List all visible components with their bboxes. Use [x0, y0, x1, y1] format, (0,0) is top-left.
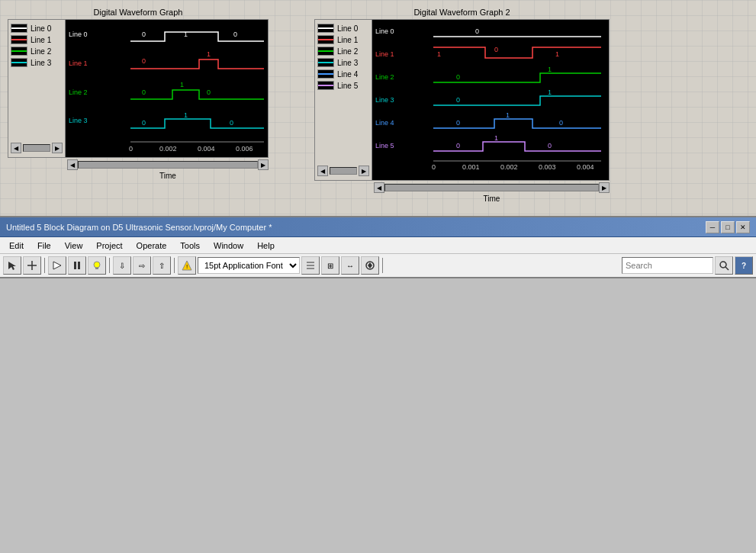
- svg-text:0: 0: [475, 27, 479, 35]
- graph1-legend: Line 0 Line 1 Line 2: [8, 20, 66, 157]
- svg-text:0: 0: [142, 57, 146, 65]
- menu-edit[interactable]: Edit: [3, 240, 30, 252]
- svg-text:0.004: 0.004: [198, 145, 215, 153]
- graph1-hscrollbar[interactable]: [78, 161, 258, 169]
- graph1-title: Digital Waveform Graph: [94, 8, 183, 17]
- toolbar-btn-pointer[interactable]: [3, 256, 21, 275]
- g2-legend-label-3: Line 3: [337, 59, 358, 67]
- toolbar-btn-distribute[interactable]: ⊞: [321, 256, 339, 275]
- svg-text:!: !: [186, 263, 188, 270]
- toolbar-btn-help[interactable]: ?: [735, 256, 753, 275]
- g2-legend-swatch-3: [317, 58, 334, 67]
- toolbar-btn-align[interactable]: [301, 256, 320, 275]
- block-diagram-area: 0 F F F 0 F F F F F F F: [0, 278, 756, 553]
- svg-text:0: 0: [559, 119, 563, 127]
- svg-text:1: 1: [548, 66, 552, 73]
- graph2-x-label: Time: [314, 195, 610, 203]
- svg-point-52: [94, 262, 100, 268]
- svg-text:Line 1: Line 1: [69, 59, 88, 67]
- g2-legend-scrollbar[interactable]: [330, 167, 357, 175]
- toolbar-btn-crosshair[interactable]: [23, 256, 41, 275]
- legend-swatch-0: [11, 24, 27, 33]
- restore-button[interactable]: □: [721, 221, 735, 233]
- menu-project[interactable]: Project: [90, 240, 128, 252]
- minimize-button[interactable]: ─: [706, 221, 719, 233]
- menu-operate[interactable]: Operate: [130, 240, 173, 252]
- legend-scrollbar[interactable]: [23, 144, 50, 152]
- svg-text:0: 0: [142, 119, 146, 127]
- g2-legend-item-0: Line 0: [317, 24, 369, 33]
- toolbar: ⇩ ⇨ ⇧ ! 15pt Application Font ⊞ ↔ ?: [0, 254, 756, 278]
- g2-legend-swatch-5: [317, 81, 334, 90]
- graph2-display: Line 0 0 Line 1 1 0 1 Line 2 0 1 Line 3: [372, 20, 609, 180]
- g2-legend-scroll-right[interactable]: ▶: [359, 166, 369, 176]
- legend-scroll-left[interactable]: ◀: [11, 143, 21, 153]
- g2-legend-item-2: Line 2: [317, 47, 369, 56]
- toolbar-btn-step-out[interactable]: ⇧: [153, 256, 171, 275]
- graph2-scroll-left[interactable]: ◀: [374, 182, 384, 193]
- svg-text:0: 0: [129, 145, 133, 153]
- toolbar-sep-1: [44, 258, 45, 273]
- close-button[interactable]: ✕: [736, 221, 750, 233]
- graph2-outer: Line 0 Line 1 Line 2: [314, 19, 610, 181]
- search-button[interactable]: [715, 256, 733, 275]
- svg-text:1: 1: [494, 134, 498, 142]
- toolbar-btn-run[interactable]: [48, 256, 66, 275]
- menu-help[interactable]: Help: [251, 240, 281, 252]
- svg-text:1: 1: [184, 111, 188, 119]
- graph1-hscroll: ◀ ▶: [8, 159, 269, 170]
- legend-scroll-right[interactable]: ▶: [52, 143, 63, 153]
- font-selector[interactable]: 15pt Application Font: [198, 257, 300, 274]
- g2-legend-item-5: Line 5: [317, 81, 369, 90]
- toolbar-sep-4: [382, 258, 383, 273]
- search-input[interactable]: [622, 257, 713, 274]
- legend-label-2: Line 2: [31, 47, 51, 56]
- svg-text:Line 2: Line 2: [69, 88, 88, 96]
- g2-legend-label-1: Line 1: [337, 36, 358, 44]
- svg-text:0: 0: [548, 142, 552, 150]
- legend-swatch-1: [11, 35, 27, 44]
- svg-text:1: 1: [506, 111, 510, 119]
- g2-legend-item-1: Line 1: [317, 35, 369, 44]
- g2-legend-scroll-left[interactable]: ◀: [317, 166, 328, 176]
- g2-legend-label-4: Line 4: [337, 70, 358, 79]
- svg-text:1: 1: [555, 50, 559, 58]
- legend-item-2: Line 2: [11, 47, 63, 56]
- menu-view[interactable]: View: [59, 240, 89, 252]
- graph1-scroll-right[interactable]: ▶: [258, 159, 269, 170]
- toolbar-btn-warn[interactable]: !: [178, 256, 196, 275]
- menu-tools[interactable]: Tools: [174, 240, 206, 252]
- titlebar: Untitled 5 Block Diagram on D5 Ultrasoni…: [0, 217, 756, 237]
- menu-file[interactable]: File: [31, 240, 57, 252]
- legend-swatch-3: [11, 58, 27, 67]
- graph2-svg: Line 0 0 Line 1 1 0 1 Line 2 0 1 Line 3: [372, 20, 609, 180]
- svg-text:0: 0: [230, 119, 233, 127]
- toolbar-btn-step-into[interactable]: ⇩: [113, 256, 131, 275]
- toolbar-btn-reorder[interactable]: [361, 256, 379, 275]
- svg-text:Line 0: Line 0: [375, 27, 394, 35]
- top-panel: Digital Waveform Graph Line 0 Line 1: [0, 0, 756, 217]
- svg-text:Line 0: Line 0: [69, 31, 88, 38]
- svg-text:1: 1: [548, 88, 552, 96]
- legend-item-1: Line 1: [11, 35, 63, 44]
- g2-legend-swatch-1: [317, 35, 334, 44]
- g2-legend-swatch-4: [317, 69, 334, 79]
- legend-label-0: Line 0: [31, 24, 51, 33]
- graph2-scroll-right[interactable]: ▶: [599, 182, 610, 193]
- graph2-hscrollbar[interactable]: [384, 184, 599, 191]
- svg-text:Line 2: Line 2: [375, 73, 394, 81]
- svg-text:0.003: 0.003: [539, 163, 556, 171]
- svg-rect-50: [74, 262, 76, 269]
- toolbar-btn-step-over[interactable]: ⇨: [133, 256, 151, 275]
- legend-item-0: Line 0: [11, 24, 63, 33]
- toolbar-btn-resize[interactable]: ↔: [341, 256, 359, 275]
- window-title: Untitled 5 Block Diagram on D5 Ultrasoni…: [6, 223, 706, 232]
- window-controls: ─ □ ✕: [706, 221, 750, 233]
- menu-window[interactable]: Window: [207, 240, 249, 252]
- toolbar-sep-2: [109, 258, 110, 273]
- graph1-scroll-left[interactable]: ◀: [67, 159, 78, 170]
- toolbar-btn-light[interactable]: [88, 256, 106, 275]
- toolbar-btn-pause[interactable]: [68, 256, 86, 275]
- g2-legend-swatch-0: [317, 24, 334, 33]
- svg-text:0: 0: [494, 46, 498, 53]
